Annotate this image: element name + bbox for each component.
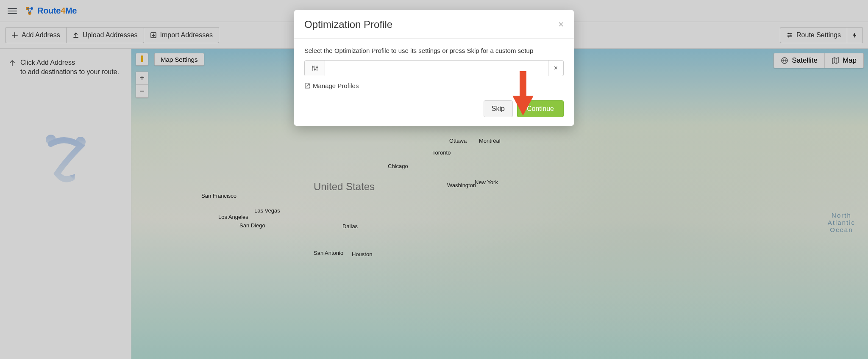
svg-point-12 xyxy=(312,66,314,68)
svg-point-14 xyxy=(316,66,318,68)
pegman-button[interactable] xyxy=(136,53,148,66)
route-settings-label: Route Settings xyxy=(796,31,841,39)
manage-profiles-link[interactable]: Manage Profiles xyxy=(304,82,564,89)
arrow-up-icon xyxy=(8,59,16,66)
map-city-montreal: Montréal xyxy=(479,138,501,144)
pegman-icon xyxy=(139,55,145,64)
logo-mark-icon xyxy=(25,6,35,16)
optimize-button[interactable] xyxy=(847,27,863,43)
logo-text: Route4Me xyxy=(37,6,77,16)
route-settings-button[interactable]: Route Settings xyxy=(780,27,847,43)
close-icon[interactable]: × xyxy=(558,20,564,29)
map-city-sf: San Francisco xyxy=(201,193,236,199)
add-address-hint: Click Add Address to add destinations to… xyxy=(8,58,119,76)
map-type-control: Satellite Map xyxy=(773,53,864,68)
map-country-label: United States xyxy=(314,181,375,193)
import-addresses-label: Import Addresses xyxy=(160,31,213,39)
upload-addresses-button[interactable]: Upload Addresses xyxy=(67,27,144,43)
globe-icon xyxy=(781,57,788,64)
svg-point-6 xyxy=(788,36,789,38)
plus-icon xyxy=(11,32,18,39)
manage-profiles-label: Manage Profiles xyxy=(313,82,359,89)
skip-button[interactable]: Skip xyxy=(484,100,513,117)
lightning-icon xyxy=(851,32,858,39)
modal-title: Optimization Profile xyxy=(304,19,392,30)
svg-rect-10 xyxy=(141,58,143,62)
svg-point-5 xyxy=(790,35,792,36)
profile-select-icon xyxy=(305,61,325,76)
zoom-out-button[interactable]: − xyxy=(136,85,148,97)
map-city-dallas: Dallas xyxy=(342,223,358,229)
route-placeholder-icon xyxy=(40,131,91,191)
upload-icon xyxy=(72,32,79,39)
map-city-la: Los Angeles xyxy=(218,214,248,220)
map-city-toronto: Toronto xyxy=(432,149,451,156)
profile-clear-button[interactable]: × xyxy=(548,61,563,76)
map-city-lv: Las Vegas xyxy=(254,207,280,214)
optimization-profile-modal: Optimization Profile × Select the Optimi… xyxy=(294,10,574,126)
hint-line1: Click Add Address xyxy=(20,58,119,67)
sliders-icon xyxy=(786,32,793,39)
svg-point-13 xyxy=(314,69,316,70)
logo[interactable]: Route4Me xyxy=(25,6,77,16)
map-label: Map xyxy=(843,56,857,65)
sliders-icon xyxy=(311,64,319,72)
modal-description: Select the Optimization Profile to use i… xyxy=(304,47,564,54)
add-address-label: Add Address xyxy=(22,31,60,39)
map-settings-button[interactable]: Map Settings xyxy=(154,53,204,66)
map-settings-label: Map Settings xyxy=(161,56,198,63)
map-city-ny: New York xyxy=(475,179,498,185)
sidebar: Click Add Address to add destinations to… xyxy=(0,49,131,359)
external-link-icon xyxy=(304,83,310,89)
map-ocean-label: NorthAtlanticOcean xyxy=(828,212,855,233)
svg-point-9 xyxy=(141,55,143,58)
add-address-button[interactable]: Add Address xyxy=(5,27,67,43)
import-addresses-button[interactable]: Import Addresses xyxy=(144,27,220,43)
map-city-washington: Washington xyxy=(447,182,476,188)
modal-footer: Skip Continue xyxy=(294,93,574,126)
map-city-houston: Houston xyxy=(352,251,372,257)
upload-addresses-label: Upload Addresses xyxy=(83,31,138,39)
satellite-label: Satellite xyxy=(792,56,817,65)
map-city-ottawa: Ottawa xyxy=(449,138,467,144)
import-icon xyxy=(150,32,157,39)
profile-input[interactable] xyxy=(325,61,548,76)
satellite-button[interactable]: Satellite xyxy=(774,53,824,68)
modal-body: Select the Optimization Profile to use i… xyxy=(294,39,574,93)
map-city-sd: San Diego xyxy=(239,222,265,229)
zoom-control: + − xyxy=(136,72,148,98)
route-settings-group: Route Settings xyxy=(780,27,863,43)
menu-icon[interactable] xyxy=(8,6,17,16)
map-button[interactable]: Map xyxy=(825,53,863,68)
map-icon xyxy=(832,57,839,64)
profile-select: × xyxy=(304,60,564,76)
svg-point-4 xyxy=(788,33,790,34)
map-city-sa: San Antonio xyxy=(314,250,343,256)
continue-button[interactable]: Continue xyxy=(517,100,564,117)
zoom-in-button[interactable]: + xyxy=(136,72,148,85)
address-button-group: Add Address Upload Addresses Import Addr… xyxy=(5,27,219,43)
hint-line2: to add destinations to your route. xyxy=(20,67,119,77)
map-city-chicago: Chicago xyxy=(388,163,408,169)
modal-header: Optimization Profile × xyxy=(294,10,574,39)
